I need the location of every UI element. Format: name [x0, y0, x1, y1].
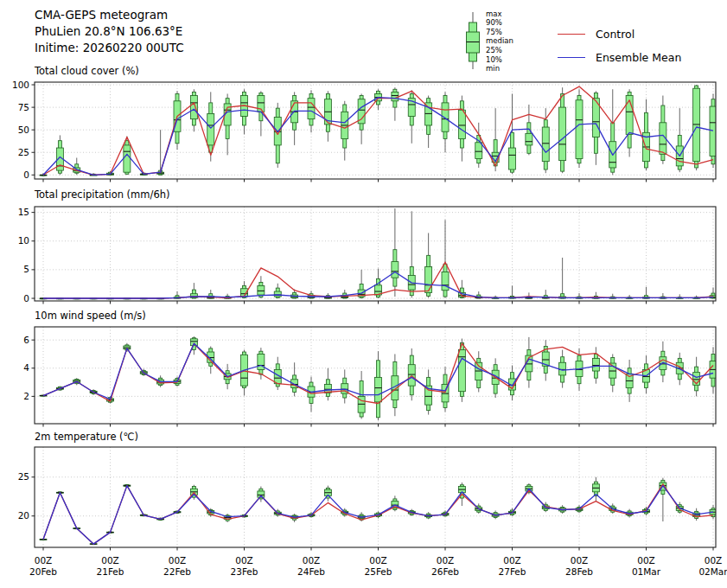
svg-text:24Feb: 24Feb: [297, 566, 325, 577]
precip-panel: 051015: [18, 207, 717, 304]
svg-text:00Z: 00Z: [35, 555, 53, 566]
axis-ticks: 051015: [18, 207, 713, 304]
boxplot-legend-label: median: [486, 36, 513, 45]
svg-text:20: 20: [18, 510, 29, 521]
boxplot-legend-label: 75%: [486, 28, 502, 36]
boxplot-legend-label: 90%: [486, 18, 502, 27]
svg-text:21Feb: 21Feb: [97, 566, 124, 577]
boxplot-legend-label: max: [486, 10, 502, 18]
svg-text:00Z: 00Z: [637, 555, 655, 566]
cloud-panel: 0255075100: [12, 80, 717, 182]
svg-text:00Z: 00Z: [235, 555, 253, 566]
boxplot-legend-label: min: [486, 64, 500, 73]
svg-text:25: 25: [18, 471, 29, 482]
svg-text:5: 5: [23, 264, 29, 274]
svg-text:00Z: 00Z: [571, 555, 589, 566]
svg-text:01Mar: 01Mar: [632, 566, 661, 577]
svg-text:00Z: 00Z: [369, 555, 387, 566]
svg-text:20Feb: 20Feb: [29, 566, 57, 577]
svg-text:15: 15: [18, 207, 29, 217]
meteogram-page: CMA-GEPS meteogram PhuLien 20.8°N 106.63…: [0, 0, 727, 588]
svg-text:6: 6: [23, 335, 29, 345]
svg-text:23Feb: 23Feb: [231, 566, 258, 577]
svg-text:2: 2: [23, 391, 29, 401]
svg-text:27Feb: 27Feb: [499, 566, 526, 577]
axis-ticks: 2025: [18, 471, 713, 550]
svg-text:28Feb: 28Feb: [565, 566, 593, 577]
x-axis-labels: 00Z20Feb00Z21Feb00Z22Feb00Z23Feb00Z24Feb…: [29, 555, 727, 577]
meteogram-chart: 0255075100051015246202500Z20Feb00Z21Feb0…: [0, 0, 727, 588]
svg-text:00Z: 00Z: [169, 555, 187, 566]
svg-text:00Z: 00Z: [503, 555, 521, 566]
svg-text:10: 10: [18, 235, 29, 246]
svg-text:25Feb: 25Feb: [365, 566, 392, 577]
svg-text:4: 4: [23, 362, 29, 373]
svg-text:22Feb: 22Feb: [163, 566, 191, 577]
svg-text:00Z: 00Z: [705, 555, 723, 566]
boxplot-legend-label: 25%: [486, 46, 502, 54]
svg-text:00Z: 00Z: [101, 555, 119, 566]
boxplot-legend-label: 10%: [486, 55, 502, 64]
svg-text:100: 100: [12, 80, 29, 90]
svg-text:50: 50: [18, 125, 29, 135]
svg-text:26Feb: 26Feb: [431, 566, 459, 577]
temp-panel: 2025: [18, 447, 717, 551]
svg-text:00Z: 00Z: [303, 555, 321, 566]
svg-text:0: 0: [23, 293, 29, 304]
wind-panel: 246: [23, 327, 717, 427]
grid-lines: [35, 447, 716, 547]
boxplot-legend: max90%75%median25%10%min: [467, 10, 513, 74]
svg-text:00Z: 00Z: [437, 555, 455, 566]
svg-text:75: 75: [18, 102, 29, 112]
svg-text:25: 25: [18, 147, 29, 157]
svg-text:02Mar: 02Mar: [698, 566, 727, 577]
box-whisker-layer: [40, 336, 717, 420]
svg-text:0: 0: [23, 169, 29, 180]
